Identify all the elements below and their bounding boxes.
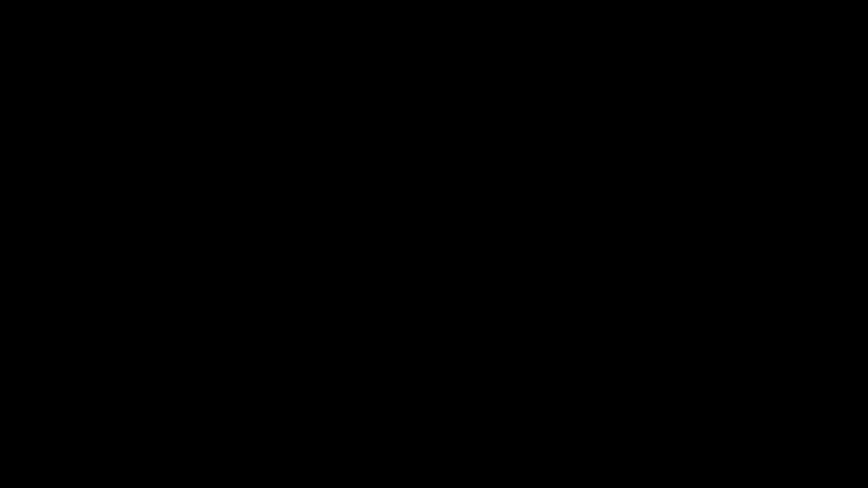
pro-tools-screen	[0, 0, 868, 488]
